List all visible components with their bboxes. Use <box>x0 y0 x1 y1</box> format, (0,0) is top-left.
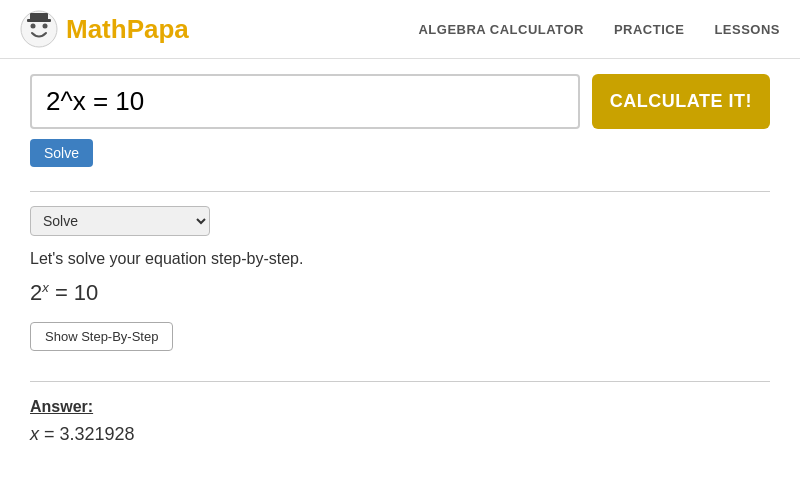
equation-equals: = 10 <box>55 280 98 305</box>
divider-top <box>30 191 770 192</box>
svg-rect-3 <box>30 13 48 20</box>
calculate-button[interactable]: CALCULATE IT! <box>592 74 770 129</box>
divider-answer <box>30 381 770 382</box>
svg-point-2 <box>43 24 48 29</box>
svg-rect-4 <box>27 19 51 22</box>
nav-links: ALGEBRA CALCULATOR PRACTICE LESSONS <box>418 22 780 37</box>
solve-mode-select[interactable]: Solve Simplify Factor Evaluate Graph <box>30 206 210 236</box>
input-row: CALCULATE IT! <box>30 74 770 129</box>
logo-area: MathPapa <box>20 10 189 48</box>
equation-base: 2 <box>30 280 42 305</box>
equation-exponent: x <box>42 280 49 295</box>
logo-icon <box>20 10 58 48</box>
answer-label: Answer: <box>30 398 770 416</box>
answer-number: = 3.321928 <box>39 424 135 444</box>
equation-input[interactable] <box>30 74 580 129</box>
nav-lessons[interactable]: LESSONS <box>714 22 780 37</box>
description-text: Let's solve your equation step-by-step. <box>30 250 770 268</box>
answer-var: x <box>30 424 39 444</box>
answer-value: x = 3.321928 <box>30 424 770 445</box>
logo-text: MathPapa <box>66 14 189 45</box>
nav-algebra-calculator[interactable]: ALGEBRA CALCULATOR <box>418 22 583 37</box>
solve-button[interactable]: Solve <box>30 139 93 167</box>
main-content: CALCULATE IT! Solve Solve Simplify Facto… <box>10 59 790 460</box>
step-by-step-button[interactable]: Show Step-By-Step <box>30 322 173 351</box>
nav-practice[interactable]: PRACTICE <box>614 22 684 37</box>
svg-point-1 <box>31 24 36 29</box>
header: MathPapa ALGEBRA CALCULATOR PRACTICE LES… <box>0 0 800 59</box>
equation-display: 2x = 10 <box>30 280 770 306</box>
